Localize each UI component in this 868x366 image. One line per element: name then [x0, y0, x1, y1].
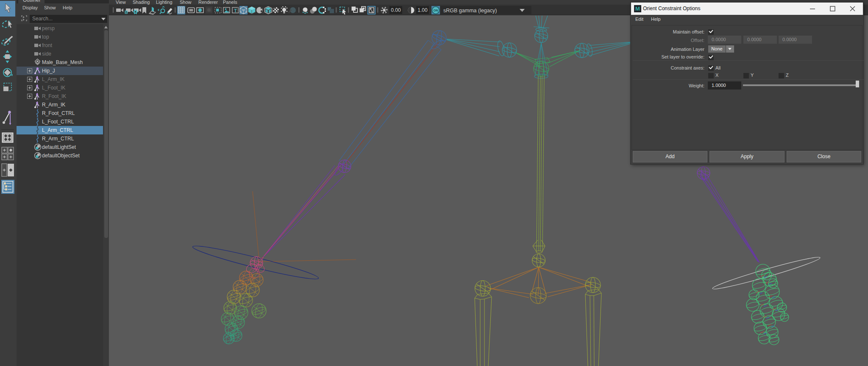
svg-text:0.00: 0.00	[391, 7, 401, 13]
svg-text:1.00: 1.00	[417, 7, 428, 13]
svg-text:T: T	[234, 8, 237, 13]
svg-text:sRGB gamma (legacy): sRGB gamma (legacy)	[443, 8, 497, 14]
svg-text:ON: ON	[434, 9, 438, 12]
svg-text:M: M	[635, 6, 640, 12]
